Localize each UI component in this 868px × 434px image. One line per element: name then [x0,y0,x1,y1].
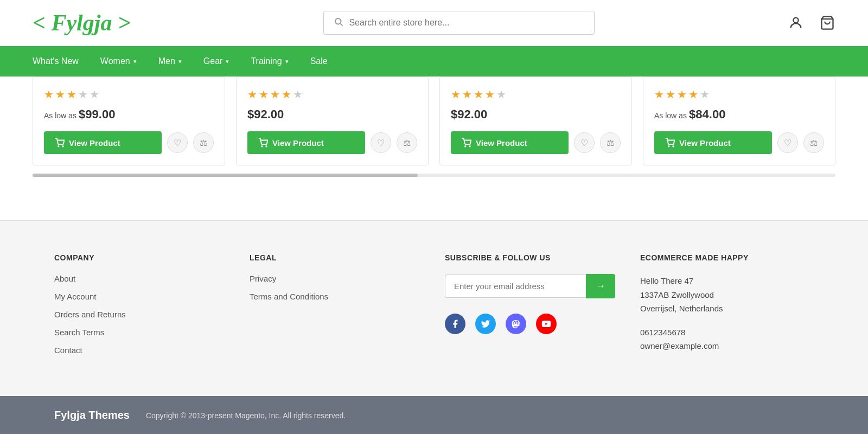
star-1: ★ [247,88,257,101]
star-4: ★ [485,88,495,101]
star-4: ★ [688,88,698,101]
view-product-button[interactable]: View Product [44,131,162,154]
product-actions: View Product ♡ ⚖ [247,131,417,154]
wishlist-button[interactable]: ♡ [167,132,188,153]
price: $92.00 [247,107,417,122]
svg-point-8 [465,146,466,147]
chevron-down-icon: ▾ [285,58,289,65]
price-value: $92.00 [247,107,284,121]
price: $92.00 [451,107,621,122]
footer-link-orders[interactable]: Orders and Returns [54,310,228,319]
footer-ecommerce-heading: Ecommerce Made Happy [640,253,814,262]
footer-link-my-account[interactable]: My Account [54,292,228,301]
footer-link-privacy[interactable]: Privacy [250,274,423,283]
price: As low as $99.00 [44,107,214,122]
star-1: ★ [451,88,461,101]
footer-link-terms[interactable]: Terms and Conditions [250,292,423,301]
twitter-icon[interactable] [475,314,496,334]
view-product-button[interactable]: View Product [451,131,569,154]
footer-link-about[interactable]: About [54,274,228,283]
footer-company-heading: Company [54,253,228,262]
subscribe-form: → [445,274,618,298]
star-5: ★ [700,88,710,101]
nav-item-men[interactable]: Men ▾ [158,56,182,66]
search-icon [334,17,343,29]
chevron-down-icon: ▾ [226,58,229,65]
compare-button[interactable]: ⚖ [600,132,621,153]
view-product-button[interactable]: View Product [247,131,365,154]
svg-point-7 [266,146,267,147]
wishlist-button[interactable]: ♡ [777,132,798,153]
nav-item-gear[interactable]: Gear ▾ [203,56,229,66]
star-1: ★ [44,88,54,101]
product-card: ★ ★ ★ ★ ★ $92.00 View Product ♡ ⚖ [236,76,429,165]
footer-brand: Fylgja Themes [54,409,130,422]
star-3: ★ [67,88,76,101]
address-line1: Hello There 47 [640,274,814,288]
facebook-icon[interactable] [445,314,465,334]
svg-point-0 [335,18,341,24]
scrollbar-thumb[interactable] [33,174,418,177]
footer-legal-heading: Legal [250,253,423,262]
search-input[interactable] [349,18,584,28]
header-icons [788,15,835,31]
nav-item-whats-new[interactable]: What's New [33,56,79,66]
mastodon-icon[interactable] [506,314,526,334]
svg-point-4 [58,146,59,147]
footer-link-contact[interactable]: Contact [54,346,228,355]
compare-button[interactable]: ⚖ [397,132,417,153]
email: owner@example.com [640,339,814,353]
svg-line-1 [341,23,343,25]
chevron-down-icon: ▾ [178,58,182,65]
price-prefix: As low as [44,111,76,120]
star-rating: ★ ★ ★ ★ ★ [654,88,824,101]
star-1: ★ [654,88,664,101]
svg-point-2 [793,18,798,23]
svg-point-11 [673,146,674,147]
nav-item-women[interactable]: Women ▾ [100,56,137,66]
logo[interactable]: < Fylgja > [33,10,131,36]
footer: Company About My Account Orders and Retu… [0,220,868,396]
price: As low as $84.00 [654,107,824,122]
product-actions: View Product ♡ ⚖ [654,131,824,154]
account-icon[interactable] [788,15,804,31]
youtube-icon[interactable] [536,314,557,334]
star-4: ★ [78,88,88,101]
footer-subscribe-heading: Subscribe & Follow Us [445,253,618,262]
star-5: ★ [90,88,99,101]
star-2: ★ [666,88,675,101]
compare-button[interactable]: ⚖ [803,132,824,153]
search-bar[interactable] [323,11,595,35]
products-section: ★ ★ ★ ★ ★ As low as $99.00 View Product … [0,76,868,188]
wishlist-button[interactable]: ♡ [371,132,391,153]
address-line3: Overrijsel, Netherlands [640,302,814,316]
cart-icon[interactable] [819,15,835,31]
view-product-button[interactable]: View Product [654,131,772,154]
email-subscribe-input[interactable] [445,275,586,298]
products-grid: ★ ★ ★ ★ ★ As low as $99.00 View Product … [33,76,835,165]
nav-item-sale[interactable]: Sale [310,56,328,66]
spacer [0,188,868,220]
star-3: ★ [474,88,483,101]
footer-company: Company About My Account Orders and Retu… [54,253,228,363]
footer-ecommerce: Ecommerce Made Happy Hello There 47 1337… [640,253,814,363]
svg-point-5 [62,146,63,147]
footer-legal: Legal Privacy Terms and Conditions [250,253,423,363]
footer-link-search-terms[interactable]: Search Terms [54,328,228,337]
star-rating: ★ ★ ★ ★ ★ [451,88,621,101]
star-2: ★ [55,88,65,101]
logo-text: < Fylgja > [33,10,131,35]
address-line2: 1337AB Zwollywood [640,288,814,302]
star-2: ★ [259,88,269,101]
product-card: ★ ★ ★ ★ ★ As low as $84.00 View Product … [643,76,835,165]
star-4: ★ [282,88,291,101]
horizontal-scrollbar[interactable] [33,174,835,177]
wishlist-button[interactable]: ♡ [574,132,595,153]
star-3: ★ [677,88,687,101]
compare-button[interactable]: ⚖ [193,132,214,153]
nav-item-training[interactable]: Training ▾ [251,56,288,66]
footer-copyright: Copyright © 2013-present Magento, Inc. A… [146,411,346,420]
subscribe-button[interactable]: → [586,274,615,298]
svg-point-9 [469,146,470,147]
price-value: $92.00 [451,107,487,121]
